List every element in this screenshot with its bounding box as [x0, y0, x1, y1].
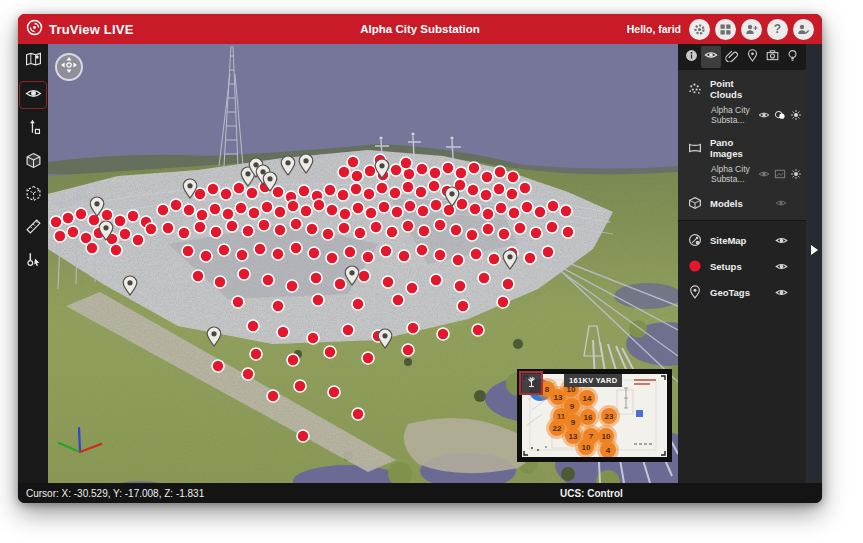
setup-marker[interactable]	[407, 322, 419, 334]
setup-marker[interactable]	[218, 244, 230, 256]
setup-marker[interactable]	[347, 156, 359, 168]
setup-marker[interactable]	[364, 165, 376, 177]
setup-marker[interactable]	[196, 209, 208, 221]
setup-marker[interactable]	[86, 242, 98, 254]
setup-marker[interactable]	[380, 245, 392, 257]
setup-marker[interactable]	[398, 250, 410, 262]
setup-marker[interactable]	[488, 253, 500, 265]
setup-marker[interactable]	[497, 296, 509, 308]
setup-marker[interactable]	[434, 249, 446, 261]
setup-marker[interactable]	[524, 252, 536, 264]
measure-button[interactable]	[20, 215, 46, 241]
setup-marker[interactable]	[248, 207, 260, 219]
setup-marker[interactable]	[534, 206, 546, 218]
pano-item-row[interactable]: Alpha City Substa...	[678, 161, 806, 188]
setup-marker[interactable]	[222, 208, 234, 220]
setup-marker[interactable]	[400, 157, 412, 169]
setup-marker[interactable]	[145, 223, 157, 235]
setup-marker[interactable]	[392, 294, 404, 306]
setup-marker[interactable]	[481, 171, 493, 183]
help-button[interactable]: ?	[767, 19, 788, 40]
setup-marker[interactable]	[182, 245, 194, 257]
setup-marker[interactable]	[354, 227, 366, 239]
setup-marker[interactable]	[307, 332, 319, 344]
setup-marker[interactable]	[178, 227, 190, 239]
colorize-icon[interactable]	[774, 109, 786, 121]
setup-marker[interactable]	[416, 244, 428, 256]
setup-marker[interactable]	[508, 207, 520, 219]
setup-marker[interactable]	[482, 208, 494, 220]
setup-marker[interactable]	[337, 189, 349, 201]
setup-marker[interactable]	[430, 199, 442, 211]
viewport-3d[interactable]: 8101314911162392213710104 161KV YARD	[48, 44, 678, 483]
tab-geotags[interactable]	[742, 46, 762, 68]
setup-marker[interactable]	[254, 243, 266, 255]
setup-marker[interactable]	[324, 346, 336, 358]
apps-button[interactable]	[715, 19, 736, 40]
setup-marker[interactable]	[110, 244, 122, 256]
setup-marker[interactable]	[362, 251, 374, 263]
minimap[interactable]: 8101314911162392213710104 161KV YARD	[517, 369, 672, 462]
setup-marker[interactable]	[220, 188, 232, 200]
setups-eye-icon[interactable]	[775, 260, 788, 273]
setup-marker[interactable]	[214, 276, 226, 288]
models-eye-icon[interactable]	[775, 197, 787, 209]
setup-marker[interactable]	[313, 199, 325, 211]
setup-marker[interactable]	[370, 221, 382, 233]
setup-marker[interactable]	[338, 222, 350, 234]
setup-marker[interactable]	[236, 249, 248, 261]
setup-marker[interactable]	[207, 183, 219, 195]
setup-marker[interactable]	[267, 390, 279, 402]
setup-marker[interactable]	[339, 208, 351, 220]
setup-marker[interactable]	[308, 247, 320, 259]
setup-marker[interactable]	[416, 163, 428, 175]
setup-marker[interactable]	[101, 209, 113, 221]
setup-marker[interactable]	[300, 205, 312, 217]
setup-marker[interactable]	[402, 181, 414, 193]
setup-marker[interactable]	[437, 328, 449, 340]
setup-marker[interactable]	[466, 229, 478, 241]
setup-marker[interactable]	[298, 185, 310, 197]
setup-marker[interactable]	[170, 199, 182, 211]
setup-marker[interactable]	[277, 326, 289, 338]
setup-marker[interactable]	[507, 171, 519, 183]
sitemap-tool-button[interactable]	[20, 48, 46, 74]
point-cloud-item-row[interactable]: Alpha City Substa...	[678, 102, 806, 129]
setup-marker[interactable]	[402, 344, 414, 356]
setup-marker[interactable]	[62, 212, 74, 224]
setup-marker[interactable]	[50, 216, 62, 228]
setup-marker[interactable]	[326, 204, 338, 216]
setup-marker[interactable]	[493, 183, 505, 195]
setup-marker[interactable]	[246, 187, 258, 199]
setup-marker[interactable]	[454, 280, 466, 292]
setup-marker[interactable]	[200, 250, 212, 262]
minimap-setup-bubble[interactable]: 23	[598, 405, 620, 427]
setup-marker[interactable]	[450, 224, 462, 236]
setup-marker[interactable]	[54, 230, 66, 242]
tab-pano-images[interactable]	[762, 46, 782, 68]
setup-marker[interactable]	[183, 204, 195, 216]
profile-button[interactable]	[793, 19, 814, 40]
setup-marker[interactable]	[430, 274, 442, 286]
setup-marker[interactable]	[494, 166, 506, 178]
setup-marker[interactable]	[342, 324, 354, 336]
setup-marker[interactable]	[338, 166, 350, 178]
setup-marker[interactable]	[403, 168, 415, 180]
setup-marker[interactable]	[455, 167, 467, 179]
setup-marker[interactable]	[258, 219, 270, 231]
setup-marker[interactable]	[547, 200, 559, 212]
setup-marker[interactable]	[467, 184, 479, 196]
setup-marker[interactable]	[162, 222, 174, 234]
setup-marker[interactable]	[386, 226, 398, 238]
setup-marker[interactable]	[290, 242, 302, 254]
setup-marker[interactable]	[297, 430, 309, 442]
setup-marker[interactable]	[322, 228, 334, 240]
setup-marker[interactable]	[192, 270, 204, 282]
setup-marker[interactable]	[119, 228, 131, 240]
setup-marker[interactable]	[212, 360, 224, 372]
setup-marker[interactable]	[470, 248, 482, 260]
setup-marker[interactable]	[287, 200, 299, 212]
setup-marker[interactable]	[428, 180, 440, 192]
setup-marker[interactable]	[456, 198, 468, 210]
setup-marker[interactable]	[378, 201, 390, 213]
